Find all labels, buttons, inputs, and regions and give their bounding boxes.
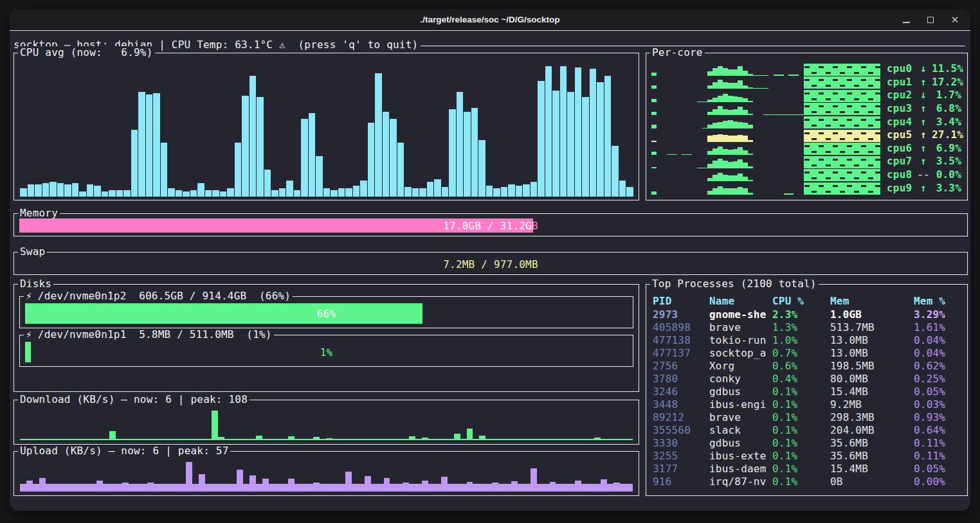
app-status-line: socktop — host: debian | CPU Temp: 63.1°…: [14, 39, 965, 51]
process-row: 355560slack0.1%204.0MB0.64%: [653, 424, 963, 437]
download-chart: [20, 411, 633, 440]
memory-gauge: 17.0GB / 31.2GB17.0GB / 31.2GB: [19, 218, 962, 233]
core-sparkline: [651, 64, 880, 76]
core-trend-arrow-icon: ↑: [915, 155, 932, 168]
titlebar: ./target/release/soc ~/D/G/socktop ✕: [10, 9, 970, 31]
process-row: 2756Xorg0.6%198.5MB0.62%: [653, 360, 963, 373]
window-controls: ✕: [897, 9, 964, 30]
process-table-rows: 2973gnome-she2.3%1.0GB3.29%405898brave1.…: [653, 308, 963, 493]
core-label: cpu5↑27.1%: [887, 129, 963, 141]
core-label: cpu0↓11.5%: [887, 62, 963, 75]
disk-usage-gauge: 66%66%: [25, 303, 628, 324]
core-sparkline: [651, 143, 880, 155]
col-pid: PID: [653, 295, 709, 307]
terminal-content: socktop — host: debian | CPU Temp: 63.1°…: [10, 31, 970, 510]
per-core-panel: Per-core cpu0↓11.5%cpu1↑17.2%cpu2↓1.7%cp…: [646, 53, 968, 200]
core-label: cpu4↑3.4%: [887, 116, 961, 129]
close-button[interactable]: ✕: [946, 12, 964, 28]
disk-partition-title: ⚡/dev/nvme0n1p2 606.5GB / 914.4GB (66%): [24, 290, 293, 303]
swap-title: Swap: [18, 245, 47, 258]
core-sparkline: [651, 76, 880, 89]
process-row: 477138tokio-run1.0%13.0MB0.04%: [653, 334, 963, 347]
core-row: cpu9↑3.3%: [651, 181, 961, 195]
core-row: cpu8--0.0%: [651, 168, 961, 182]
core-label: cpu8--0.0%: [887, 168, 961, 181]
disk-partition-panel: ⚡/dev/nvme0n1p1 5.8MB / 511.0MB (1%) 1%1…: [19, 335, 633, 367]
core-sparkline: [651, 169, 880, 181]
core-trend-arrow-icon: ↑: [915, 76, 932, 89]
core-row: cpu3↑6.8%: [651, 102, 961, 116]
core-label: cpu9↑3.3%: [887, 182, 961, 195]
core-trend-arrow-icon: ↑: [915, 182, 932, 195]
core-row: cpu4↑3.4%: [651, 115, 961, 129]
process-table-header: PID Name CPU % Mem Mem %: [653, 295, 963, 307]
terminal-window: ./target/release/soc ~/D/G/socktop ✕ soc…: [10, 9, 970, 511]
window-title: ./target/release/soc ~/D/G/socktop: [420, 15, 559, 24]
per-core-title: Per-core: [650, 46, 705, 59]
core-sparkline: [651, 103, 880, 115]
core-row: cpu5↑27.1%: [651, 129, 961, 142]
desktop-background: ./target/release/soc ~/D/G/socktop ✕ soc…: [0, 0, 980, 523]
swap-panel: Swap 7.2MB / 977.0MB7.2MB / 977.0MB: [14, 252, 968, 275]
process-row: 3448ibus-engi0.1%9.2MB0.03%: [653, 398, 963, 411]
disks-title: Disks: [18, 278, 53, 290]
core-row: cpu1↑17.2%: [651, 76, 961, 89]
core-trend-arrow-icon: ↓: [915, 62, 932, 75]
core-sparkline: [651, 156, 880, 168]
process-row: 3780conky0.4%80.0MB0.25%: [653, 373, 963, 386]
core-sparkline: [651, 116, 880, 129]
core-sparkline: [651, 130, 880, 142]
col-mem-pct: Mem %: [914, 295, 963, 307]
disk-partition-title: ⚡/dev/nvme0n1p1 5.8MB / 511.0MB (1%): [24, 328, 274, 341]
process-row: 916irq/87-nv0.1%0B0.00%: [653, 475, 963, 488]
core-row: cpu2↓1.7%: [651, 89, 961, 102]
process-row: 3255ibus-exte0.1%35.6MB0.11%: [653, 450, 963, 463]
maximize-icon: [927, 17, 934, 23]
disk-partition-label: /dev/nvme0n1p2 606.5GB / 914.4GB (66%): [38, 290, 291, 303]
core-label: cpu2↓1.7%: [887, 89, 961, 102]
download-panel: Download (KB/s) — now: 6 | peak: 108: [14, 400, 639, 445]
top-processes-title: Top Processes (2100 total): [650, 278, 819, 290]
core-trend-arrow-icon: ↑: [915, 102, 932, 115]
core-label: cpu3↑6.8%: [887, 102, 961, 115]
process-row: 3330gdbus0.1%35.6MB0.11%: [653, 437, 963, 450]
core-trend-arrow-icon: ↑: [915, 142, 932, 155]
col-mem: Mem: [830, 295, 914, 307]
process-row: 405898brave1.3%513.7MB1.61%: [653, 321, 963, 334]
core-trend-arrow-icon: ↓: [915, 89, 932, 102]
disk-bolt-icon: ⚡: [26, 290, 32, 303]
core-trend-arrow-icon: --: [915, 168, 932, 181]
core-label: cpu1↑17.2%: [887, 76, 963, 89]
core-trend-arrow-icon: ↑: [915, 116, 932, 129]
process-row: 2973gnome-she2.3%1.0GB3.29%: [653, 308, 963, 321]
download-title: Download (KB/s) — now: 6 | peak: 108: [18, 393, 250, 406]
process-row: 477137socktop_a0.7%13.0MB0.04%: [653, 347, 963, 360]
minimize-icon: [903, 22, 910, 23]
swap-gauge: 7.2MB / 977.0MB7.2MB / 977.0MB: [19, 257, 962, 271]
memory-title: Memory: [18, 207, 60, 220]
per-core-rows: cpu0↓11.5%cpu1↑17.2%cpu2↓1.7%cpu3↑6.8%cp…: [651, 62, 961, 195]
core-label: cpu6↑6.9%: [887, 142, 961, 155]
upload-panel: Upload (KB/s) — now: 6 | peak: 57: [14, 451, 639, 496]
maximize-button[interactable]: [921, 12, 939, 28]
process-row: 3246gdbus0.1%15.4MB0.05%: [653, 386, 963, 398]
cpu-avg-chart: [20, 62, 633, 197]
core-row: cpu7↑3.5%: [651, 155, 961, 168]
core-row: cpu6↑6.9%: [651, 142, 961, 155]
upload-chart: [20, 462, 633, 492]
col-name: Name: [709, 295, 772, 307]
core-row: cpu0↓11.5%: [651, 62, 961, 76]
core-sparkline: [651, 90, 880, 102]
disk-usage-gauge: 1%1%: [25, 342, 628, 362]
cpu-avg-title: CPU avg (now: 6.9%): [18, 46, 155, 59]
core-trend-arrow-icon: ↑: [915, 129, 932, 141]
disks-panel: Disks ⚡/dev/nvme0n1p2 606.5GB / 914.4GB …: [14, 284, 639, 392]
minimize-button[interactable]: [897, 12, 915, 28]
process-row: 3177ibus-daem0.1%15.4MB0.05%: [653, 463, 963, 475]
col-cpu: CPU %: [772, 295, 830, 307]
memory-panel: Memory 17.0GB / 31.2GB17.0GB / 31.2GB: [14, 213, 968, 236]
core-sparkline: [651, 182, 880, 195]
disk-bolt-icon: ⚡: [26, 328, 32, 341]
top-processes-panel: Top Processes (2100 total) PID Name CPU …: [646, 284, 968, 496]
disk-partition-label: /dev/nvme0n1p1 5.8MB / 511.0MB (1%): [38, 328, 272, 341]
